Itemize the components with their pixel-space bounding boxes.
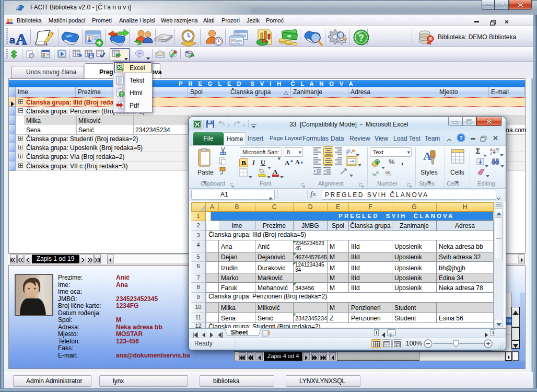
svg-text:A: A (490, 148, 493, 152)
svg-text:→.0: →.0 (386, 174, 392, 176)
svg-text:A: A (16, 30, 27, 45)
svg-text:.00: .00 (372, 174, 377, 176)
svg-text:a: a (9, 33, 15, 45)
svg-text:?: ? (459, 135, 463, 141)
svg-text:ab: ab (346, 147, 352, 155)
svg-text:$: $ (376, 160, 379, 165)
svg-text:Z: Z (490, 152, 493, 155)
svg-text:?: ? (358, 33, 364, 43)
